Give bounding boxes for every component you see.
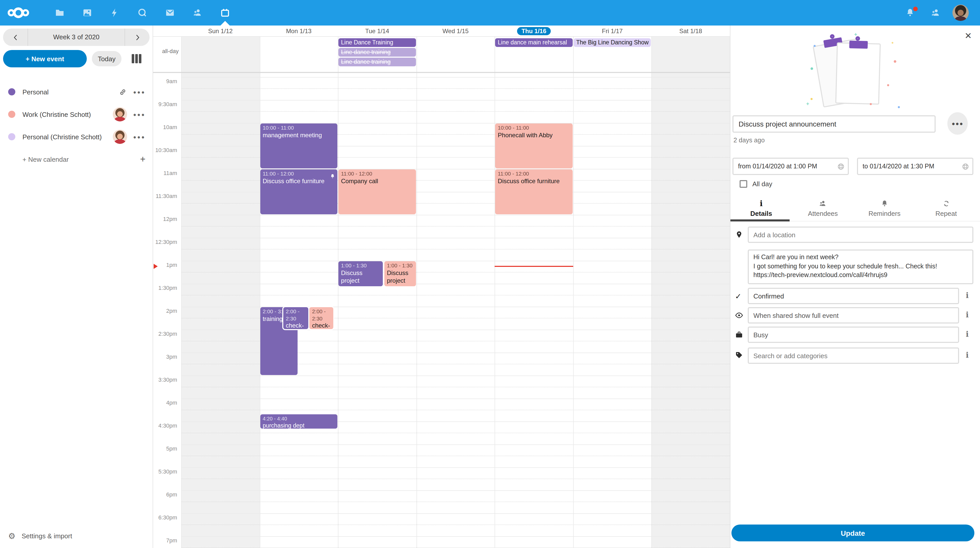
calendar-list-item[interactable]: Work (Christine Schott)●●● bbox=[0, 103, 153, 125]
calendar-event[interactable]: 11:00 - 12:00Company call bbox=[339, 169, 416, 214]
all-day-checkbox[interactable] bbox=[740, 180, 747, 188]
app-photos-icon[interactable] bbox=[81, 0, 94, 25]
calendar-menu-icon[interactable]: ●●● bbox=[133, 134, 145, 140]
app-files-icon[interactable] bbox=[53, 0, 66, 25]
app-contacts-icon[interactable] bbox=[191, 0, 204, 25]
all-day-divider bbox=[153, 72, 730, 73]
calendar-event[interactable]: 1:00 - 1:30Discuss project bbox=[384, 261, 416, 286]
contacts-menu-icon[interactable] bbox=[929, 0, 942, 25]
all-day-checkbox-row[interactable]: All day bbox=[735, 180, 772, 188]
start-datetime-field[interactable]: from 01/14/2020 at 1:00 PM bbox=[732, 158, 849, 175]
plus-icon: + bbox=[140, 155, 145, 164]
calendar-menu-icon[interactable]: ●●● bbox=[133, 111, 145, 117]
quarter-hour-line bbox=[181, 479, 730, 479]
calendar-event[interactable]: 11:00 - 12:00Discuss office furniture bbox=[260, 169, 337, 214]
day-header-sun[interactable]: Sun 1/12 bbox=[181, 25, 259, 37]
slot-line bbox=[181, 536, 730, 537]
freebusy-select[interactable]: Busy bbox=[748, 327, 959, 343]
day-header-sat[interactable]: Sat 1/18 bbox=[652, 25, 730, 37]
close-icon[interactable]: ✕ bbox=[965, 31, 972, 41]
calendar-color-dot bbox=[8, 133, 15, 140]
tab-attendees[interactable]: Attendees bbox=[792, 197, 854, 221]
all-day-event[interactable]: Line dance training bbox=[339, 58, 416, 66]
visibility-info-icon[interactable]: i bbox=[963, 311, 971, 319]
status-select[interactable]: Confirmed bbox=[748, 288, 959, 304]
today-button[interactable]: Today bbox=[92, 51, 121, 66]
last-modified-label: 2 days ago bbox=[733, 137, 765, 144]
categories-tag-icon bbox=[735, 351, 743, 359]
event-title-input[interactable] bbox=[732, 115, 935, 133]
day-header-wed[interactable]: Wed 1/15 bbox=[416, 25, 495, 37]
previous-week-button[interactable] bbox=[3, 29, 27, 46]
end-datetime-field[interactable]: to 01/14/2020 at 1:30 PM bbox=[857, 158, 974, 175]
time-label: 6pm bbox=[153, 491, 177, 497]
calendar-event[interactable]: 2:00 - 2:30check-in bbox=[310, 307, 333, 329]
quarter-hour-line bbox=[181, 295, 730, 295]
active-app-pointer bbox=[221, 21, 230, 25]
quarter-hour-line bbox=[181, 456, 730, 456]
calendar-menu-icon[interactable]: ●●● bbox=[133, 89, 145, 95]
time-label: 2:30pm bbox=[153, 330, 177, 337]
time-label: 9:30am bbox=[153, 101, 177, 107]
update-button[interactable]: Update bbox=[732, 524, 974, 542]
all-day-event[interactable]: Line Dance Training bbox=[339, 38, 416, 47]
categories-info-icon[interactable]: i bbox=[963, 351, 971, 359]
notifications-bell-icon[interactable] bbox=[904, 0, 917, 25]
visibility-select[interactable]: When shared show full event bbox=[748, 307, 959, 324]
description-icon bbox=[735, 256, 743, 264]
calendar-event[interactable]: 4:20 - 4:40purchasing dept bbox=[260, 414, 337, 429]
calendar-event[interactable]: 10:00 - 11:00management meeting bbox=[260, 124, 337, 168]
settings-and-import[interactable]: ⚙ Settings & import bbox=[0, 526, 153, 546]
tab-details[interactable]: iDetails bbox=[730, 197, 792, 221]
column-divider bbox=[338, 25, 339, 548]
time-label: 2pm bbox=[153, 308, 177, 314]
view-mode-toggle-icon[interactable] bbox=[132, 54, 142, 63]
new-calendar-button[interactable]: + New calendar+ bbox=[0, 148, 153, 170]
calendar-list: Personal●●●Work (Christine Schott)●●●Per… bbox=[0, 81, 153, 170]
weekend-column[interactable] bbox=[652, 37, 730, 548]
user-avatar[interactable] bbox=[953, 5, 969, 21]
app-activity-icon[interactable] bbox=[108, 0, 121, 25]
nextcloud-logo-icon[interactable] bbox=[7, 0, 30, 25]
calendar-grid: Sun 1/12Mon 1/13Tue 1/14Wed 1/15Thu 1/16… bbox=[153, 25, 730, 548]
calendar-list-item[interactable]: Personal (Christine Schott)●●● bbox=[0, 125, 153, 148]
app-talk-icon[interactable] bbox=[136, 0, 149, 25]
calendar-event[interactable]: 10:00 - 11:00Phonecall with Abby bbox=[495, 124, 573, 168]
all-day-event[interactable]: Line dance training bbox=[339, 48, 416, 57]
categories-input[interactable]: Search or add categories bbox=[748, 348, 959, 364]
all-day-event[interactable]: The Big Line Dancing Show bbox=[574, 38, 651, 47]
calendar-list-item[interactable]: Personal●●● bbox=[0, 81, 153, 103]
calendar-event[interactable]: 1:00 - 1:30Discuss project announcement bbox=[339, 261, 383, 286]
calendar-event[interactable]: 11:00 - 12:00Discuss office furniture bbox=[495, 169, 573, 214]
time-label: 7pm bbox=[153, 537, 177, 543]
calendar-event[interactable]: 2:00 - 2:30check-in bbox=[283, 307, 308, 329]
weekend-column[interactable] bbox=[181, 37, 259, 548]
freebusy-info-icon[interactable]: i bbox=[963, 330, 971, 338]
column-divider bbox=[495, 25, 495, 548]
column-divider bbox=[652, 25, 652, 548]
time-label: 12pm bbox=[153, 216, 177, 222]
slot-line bbox=[181, 513, 730, 514]
description-textarea[interactable]: Hi Carl! are you in next week? I got som… bbox=[748, 249, 974, 284]
sidebar: Week 3 of 2020 + New event Today Persona… bbox=[0, 25, 153, 548]
day-header-fri[interactable]: Fri 1/17 bbox=[573, 25, 652, 37]
location-input[interactable] bbox=[748, 227, 974, 243]
day-header-thu[interactable]: Thu 1/16 bbox=[495, 25, 573, 37]
tab-repeat[interactable]: Repeat bbox=[915, 197, 977, 221]
next-week-button[interactable] bbox=[125, 29, 150, 46]
share-link-icon[interactable] bbox=[118, 87, 127, 96]
tab-reminders[interactable]: Reminders bbox=[854, 197, 915, 221]
event-actions-menu-button[interactable]: ●●● bbox=[947, 112, 968, 135]
all-day-event[interactable]: Line dance main rehearsal bbox=[495, 38, 573, 47]
status-info-icon[interactable]: i bbox=[963, 292, 971, 300]
new-event-button[interactable]: + New event bbox=[3, 50, 87, 67]
quarter-hour-line bbox=[181, 249, 730, 249]
calendar-name: Work (Christine Schott) bbox=[22, 110, 113, 118]
app-mail-icon[interactable] bbox=[163, 0, 177, 25]
gear-icon: ⚙ bbox=[8, 531, 16, 541]
timezone-globe-icon[interactable] bbox=[962, 163, 969, 170]
slot-line bbox=[181, 261, 730, 261]
day-header-mon[interactable]: Mon 1/13 bbox=[259, 25, 338, 37]
day-header-tue[interactable]: Tue 1/14 bbox=[338, 25, 416, 37]
timezone-globe-icon[interactable] bbox=[837, 163, 845, 170]
